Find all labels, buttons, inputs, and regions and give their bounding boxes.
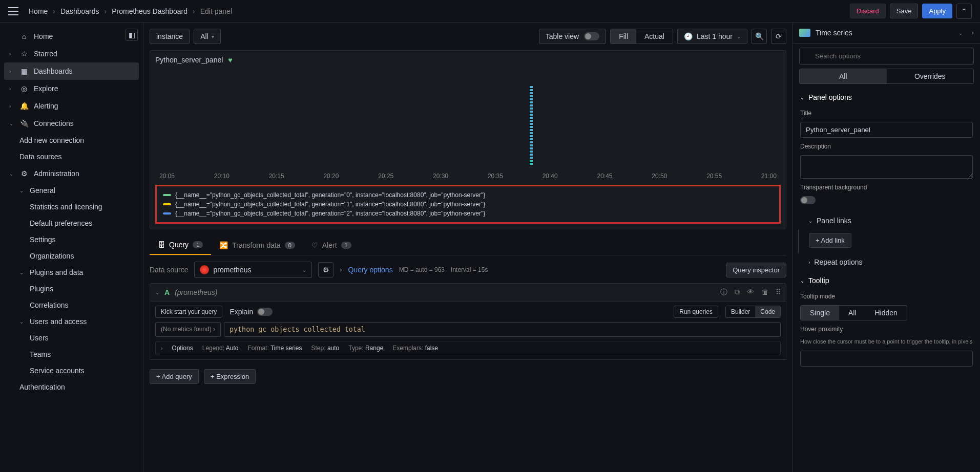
legend-highlight: {__name__="python_gc_objects_collected_t… [155, 185, 781, 224]
datasource-select[interactable]: prometheus⌄ [194, 262, 312, 278]
trash-icon[interactable]: 🗑 [761, 288, 768, 297]
description-label: Description [800, 143, 973, 150]
sidebar-item-users-access[interactable]: ⌄Users and access [4, 313, 139, 330]
mode-all[interactable]: All [839, 306, 866, 320]
seg-builder[interactable]: Builder [726, 306, 755, 317]
copy-icon[interactable]: ⧉ [735, 288, 740, 297]
section-repeat-options[interactable]: ›Repeat options [793, 253, 980, 271]
sidebar-item-administration[interactable]: ⌄⚙Administration [4, 165, 139, 182]
home-icon: ⌂ [19, 32, 29, 41]
crumb-dashboards[interactable]: Dashboards [60, 7, 99, 15]
query-options-link[interactable]: Query options [348, 266, 392, 274]
sidebar-item-data-sources[interactable]: Data sources [4, 148, 139, 165]
clock-icon: 🕘 [684, 32, 693, 40]
tab-query[interactable]: 🗄Query1 [150, 235, 211, 255]
tab-transform[interactable]: 🔀Transform data0 [211, 235, 303, 255]
apply-button[interactable]: Apply [922, 4, 952, 18]
var-instance: instance [150, 29, 190, 44]
chevron-down-icon[interactable]: ⌄ [958, 30, 963, 36]
crumb-dashboard[interactable]: Prometheus Dashboard [112, 7, 187, 15]
seg-actual[interactable]: Actual [636, 29, 673, 44]
section-tooltip[interactable]: ⌄Tooltip [793, 271, 980, 290]
mode-single[interactable]: Single [801, 306, 839, 320]
query-inspector-button[interactable]: Query inspector [726, 263, 786, 277]
menu-toggle[interactable] [8, 7, 18, 15]
star-icon: ☆ [19, 49, 29, 58]
sidebar-item-dashboards[interactable]: ›▦Dashboards [4, 62, 139, 80]
sidebar-item-starred[interactable]: ›☆Starred [4, 45, 139, 62]
query-expr-input[interactable] [224, 322, 781, 337]
sidebar-item-general[interactable]: ⌄General [4, 182, 139, 199]
chevron-down-icon: ▾ [212, 34, 214, 39]
table-view-toggle[interactable]: Table view [539, 29, 606, 44]
seg-code[interactable]: Code [755, 306, 780, 317]
tab-overrides[interactable]: Overrides [887, 69, 974, 83]
fill-actual-toggle[interactable]: Fill Actual [610, 29, 673, 44]
sidebar-item-service-accounts[interactable]: Service accounts [4, 362, 139, 379]
sidebar-item-alerting[interactable]: ›🔔Alerting [4, 97, 139, 115]
var-instance-value[interactable]: All▾ [194, 29, 221, 44]
eye-icon[interactable]: 👁 [747, 288, 754, 297]
hover-input[interactable] [800, 351, 973, 367]
sidebar-item-prefs[interactable]: Default preferences [4, 215, 139, 231]
chart-area[interactable] [155, 68, 781, 170]
sidebar-item-correlations[interactable]: Correlations [4, 297, 139, 313]
chart-bars [529, 71, 533, 165]
query-letter: A [164, 288, 170, 296]
metrics-browser[interactable]: (No metrics found) › [155, 322, 221, 337]
sidebar-item-stats[interactable]: Statistics and licensing [4, 199, 139, 215]
time-range-picker[interactable]: 🕘Last 1 hour⌄ [677, 29, 747, 44]
chevron-right-icon[interactable]: › [972, 29, 974, 36]
query-row-header[interactable]: ⌄ A (prometheus) ⓘ ⧉ 👁 🗑 ⠿ [150, 283, 786, 302]
sidebar-item-connections[interactable]: ⌄🔌Connections [4, 115, 139, 132]
sidebar-item-users[interactable]: Users [4, 330, 139, 346]
sidebar-collapse-icon[interactable]: ◧ [126, 29, 138, 41]
sidebar-item-explore[interactable]: ›◎Explore [4, 80, 139, 97]
sidebar-item-auth[interactable]: Authentication [4, 379, 139, 395]
mode-hidden[interactable]: Hidden [865, 306, 906, 320]
save-button[interactable]: Save [890, 4, 919, 18]
tooltip-mode-toggle[interactable]: Single All Hidden [800, 305, 907, 320]
crumb-home[interactable]: Home [29, 7, 48, 15]
database-icon: 🗄 [158, 241, 165, 249]
run-queries-button[interactable]: Run queries [674, 306, 718, 318]
section-panel-links[interactable]: ⌄Panel links [793, 211, 980, 230]
add-query-button[interactable]: + Add query [150, 369, 199, 384]
sidebar-item-add-connection[interactable]: Add new connection [4, 132, 139, 148]
tab-alert[interactable]: ♡Alert1 [303, 235, 360, 255]
section-panel-options[interactable]: ⌄Panel options [793, 88, 980, 106]
ds-settings-icon[interactable]: ⚙ [318, 262, 333, 277]
builder-code-toggle[interactable]: Builder Code [725, 306, 781, 318]
panel-preview: Python_server_panel ♥ 20:0520:1020:1520:… [150, 50, 786, 229]
query-row-options[interactable]: › Options Legend: Auto Format: Time seri… [155, 341, 781, 355]
compass-icon: ◎ [19, 84, 29, 93]
kick-start-button[interactable]: Kick start your query [155, 306, 222, 318]
refresh-icon[interactable]: ⟳ [771, 29, 786, 44]
seg-fill[interactable]: Fill [611, 29, 636, 44]
sidebar-item-settings[interactable]: Settings [4, 231, 139, 248]
transparent-toggle[interactable] [800, 196, 816, 204]
expression-button[interactable]: + Expression [204, 369, 256, 384]
options-tabs[interactable]: All Overrides [799, 69, 974, 84]
drag-icon[interactable]: ⠿ [776, 288, 781, 297]
sidebar-item-orgs[interactable]: Organizations [4, 248, 139, 264]
sidebar-item-home[interactable]: ⌂Home [4, 28, 139, 45]
help-icon[interactable]: ⓘ [720, 288, 727, 297]
chevron-right-icon[interactable]: › [340, 266, 342, 273]
viz-name: Time series [816, 29, 852, 37]
chevron-up-icon[interactable]: ⌃ [956, 4, 972, 19]
tab-all[interactable]: All [800, 69, 887, 83]
title-input[interactable] [800, 122, 973, 138]
sidebar-item-plugins[interactable]: Plugins [4, 281, 139, 297]
legend-item[interactable]: {__name__="python_gc_objects_collected_t… [163, 200, 773, 209]
legend-item[interactable]: {__name__="python_gc_objects_collected_t… [163, 190, 773, 200]
discard-button[interactable]: Discard [850, 4, 886, 18]
sidebar-item-plugins-data[interactable]: ⌄Plugins and data [4, 264, 139, 281]
legend-item[interactable]: {__name__="python_gc_objects_collected_t… [163, 209, 773, 218]
description-input[interactable] [800, 155, 973, 179]
sidebar-item-teams[interactable]: Teams [4, 346, 139, 362]
add-link-button[interactable]: + Add link [809, 233, 851, 248]
zoom-out-icon[interactable]: 🔍 [752, 29, 767, 44]
search-options-input[interactable] [799, 48, 974, 65]
explain-toggle[interactable] [257, 308, 273, 316]
